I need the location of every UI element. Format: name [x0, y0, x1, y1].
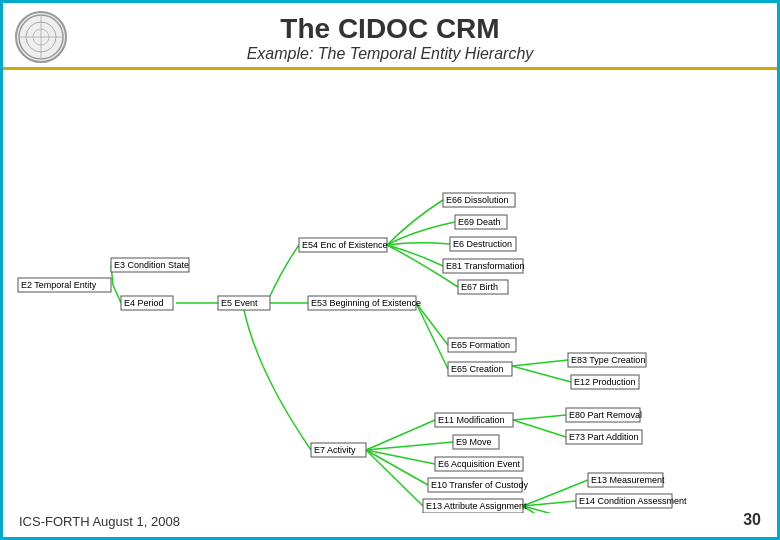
svg-text:E5 Event: E5 Event [221, 298, 258, 308]
svg-text:E14 Condition Assessment: E14 Condition Assessment [579, 496, 687, 506]
svg-text:E13 Measurement: E13 Measurement [591, 475, 665, 485]
svg-text:E67 Birth: E67 Birth [461, 282, 498, 292]
svg-text:E66 Dissolution: E66 Dissolution [446, 195, 509, 205]
svg-text:E54 Enc of Existence: E54 Enc of Existence [302, 240, 388, 250]
svg-text:E53 Beginning of Existence: E53 Beginning of Existence [311, 298, 421, 308]
svg-text:E13 Attribute Assignment: E13 Attribute Assignment [426, 501, 527, 511]
svg-text:E12 Production: E12 Production [574, 377, 636, 387]
diagram: E2 Temporal Entity E3 Condition State E4… [3, 83, 780, 513]
svg-text:E65 Creation: E65 Creation [451, 364, 504, 374]
svg-text:E11 Modification: E11 Modification [438, 415, 505, 425]
svg-text:E6 Acquisition Event: E6 Acquisition Event [438, 459, 521, 469]
footer-label: ICS-FORTH August 1, 2008 [19, 514, 180, 529]
svg-text:E69 Death: E69 Death [458, 217, 501, 227]
svg-text:E80 Part Removal: E80 Part Removal [569, 410, 642, 420]
svg-text:E4 Period: E4 Period [124, 298, 164, 308]
svg-text:E83 Type Creation: E83 Type Creation [571, 355, 645, 365]
svg-text:E3 Condition State: E3 Condition State [114, 260, 189, 270]
page-title: The CIDOC CRM [3, 13, 777, 45]
svg-text:E65 Formation: E65 Formation [451, 340, 510, 350]
svg-text:E6 Destruction: E6 Destruction [453, 239, 512, 249]
svg-text:E7 Activity: E7 Activity [314, 445, 356, 455]
slide: The CIDOC CRM Example: The Temporal Enti… [0, 0, 780, 540]
svg-text:E10 Transfer of Custody: E10 Transfer of Custody [431, 480, 529, 490]
svg-text:E81 Transformation: E81 Transformation [446, 261, 525, 271]
page-number: 30 [743, 511, 761, 529]
svg-text:E9 Move: E9 Move [456, 437, 492, 447]
header: The CIDOC CRM Example: The Temporal Enti… [3, 3, 777, 70]
svg-text:E73 Part Addition: E73 Part Addition [569, 432, 639, 442]
page-subtitle: Example: The Temporal Entity Hierarchy [3, 45, 777, 63]
logo [15, 11, 67, 63]
svg-text:E2 Temporal Entity: E2 Temporal Entity [21, 280, 97, 290]
